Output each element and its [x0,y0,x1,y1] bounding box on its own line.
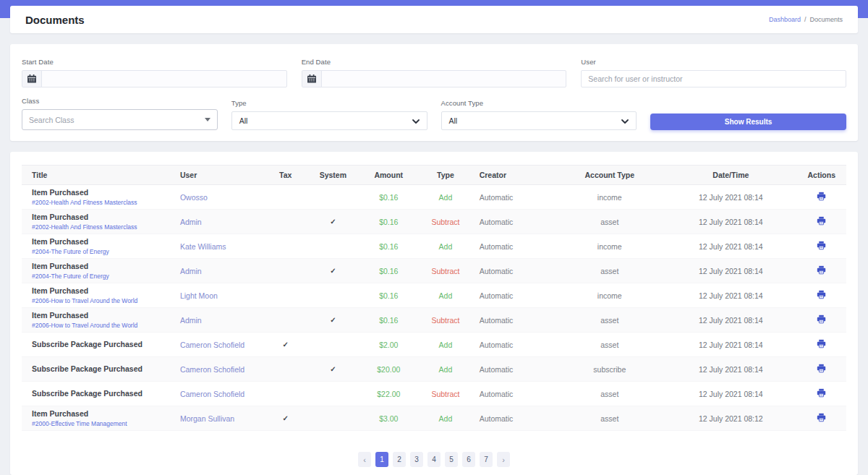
col-header-system: System [306,166,359,185]
row-creator: Automatic [474,406,555,431]
printer-icon[interactable] [817,314,826,324]
col-header-user: User [174,166,265,185]
row-creator: Automatic [474,382,555,406]
start-date-group [22,70,287,87]
page-title: Documents [25,14,85,26]
printer-icon[interactable] [817,413,826,422]
row-tax-check [265,259,306,283]
col-header-type: Type [417,166,474,185]
table-row: Item Purchased #2004-The Future of Energ… [22,234,846,259]
printer-icon[interactable] [817,192,826,201]
row-course-link[interactable]: #2000-Effective Time Management [32,420,169,427]
row-datetime: 12 July 2021 08:14 [665,234,796,259]
account-type-select[interactable]: All [441,111,637,130]
pagination-page-2[interactable]: 2 [393,452,406,467]
row-user-link[interactable]: Cameron Schofield [180,390,244,398]
row-course-link[interactable]: #2004-The Future of Energy [32,248,169,255]
row-type: Add [417,234,474,259]
pagination-next-button[interactable]: › [497,452,510,467]
row-system-check [306,382,359,406]
row-user-link[interactable]: Kate Williams [180,242,226,251]
row-amount: $0.16 [359,283,417,308]
show-results-button[interactable]: Show Results [650,114,846,130]
row-account-type: income [554,234,665,259]
printer-icon[interactable] [817,265,826,275]
row-amount: $3.00 [359,406,417,431]
breadcrumb-dashboard-link[interactable]: Dashboard [769,16,801,23]
pagination-page-5[interactable]: 5 [445,452,458,467]
col-header-tax: Tax [265,166,306,185]
row-datetime: 12 July 2021 08:14 [665,357,796,382]
calendar-icon[interactable] [302,71,322,87]
row-user-link[interactable]: Admin [180,267,202,275]
row-course-link[interactable]: #2002-Health And Fitness Masterclass [32,223,169,231]
pagination-page-6[interactable]: 6 [462,452,475,467]
row-course-link[interactable]: #2002-Health And Fitness Masterclass [32,199,169,206]
row-course-link[interactable]: #2004-The Future of Energy [32,273,169,280]
calendar-icon[interactable] [22,71,42,87]
row-user-link[interactable]: Morgan Sullivan [180,414,234,423]
printer-icon[interactable] [817,388,826,398]
printer-icon[interactable] [817,216,826,226]
row-course-link[interactable]: #2006-How to Travel Around the World [32,297,169,304]
row-datetime: 12 July 2021 08:14 [665,308,796,333]
row-account-type: asset [554,210,665,234]
end-date-input[interactable] [322,71,566,87]
printer-icon[interactable] [817,339,826,348]
filters-panel: Start Date End Date User Class [10,44,858,141]
col-header-title: Title [22,166,174,185]
breadcrumb-current: Documents [809,16,843,23]
type-select[interactable]: All [231,111,427,130]
row-user-link[interactable]: Admin [180,218,202,226]
row-tax-check [265,357,306,382]
pagination-page-7[interactable]: 7 [480,452,493,467]
pagination-page-3[interactable]: 3 [410,452,423,467]
row-title: Subscribe Package Purchased [32,364,169,375]
pagination: ‹1234567› [22,452,846,467]
chevron-down-icon [621,116,629,125]
end-date-group [302,70,567,87]
row-amount: $0.16 [359,185,417,210]
row-account-type: income [554,185,665,210]
row-account-type: asset [554,382,665,406]
row-system-check: ✓ [306,357,359,382]
start-date-input[interactable] [42,71,286,87]
col-header-creator: Creator [474,166,555,185]
row-user-link[interactable]: Owosso [180,193,208,202]
row-user-link[interactable]: Light Moon [180,291,218,300]
row-system-check [306,333,359,357]
class-select-placeholder: Search Class [29,116,74,124]
row-title: Item Purchased [32,286,169,296]
row-type: Add [417,357,474,382]
user-search-input[interactable] [581,70,846,87]
row-creator: Automatic [474,333,555,357]
row-user-link[interactable]: Cameron Schofield [180,341,244,349]
row-title: Item Purchased [32,188,169,198]
pagination-page-4[interactable]: 4 [427,452,441,467]
row-user-link[interactable]: Admin [180,316,202,325]
printer-icon[interactable] [817,290,826,299]
col-header-account-type: Account Type [554,166,665,185]
row-datetime: 12 July 2021 08:14 [665,333,796,357]
pagination-prev-button[interactable]: ‹ [358,452,371,467]
row-creator: Automatic [474,357,555,382]
documents-table-panel: Title User Tax System Amount Type Creato… [10,152,858,475]
row-creator: Automatic [474,283,555,308]
table-row: Item Purchased #2000-Effective Time Mana… [22,406,846,431]
row-amount: $22.00 [359,382,417,406]
class-select[interactable]: Search Class [22,109,218,130]
row-amount: $20.00 [359,357,417,382]
pagination-page-1[interactable]: 1 [375,452,388,467]
row-creator: Automatic [474,210,555,234]
row-datetime: 12 July 2021 08:12 [665,406,796,431]
printer-icon[interactable] [817,364,826,373]
type-select-value: All [239,116,248,125]
row-tax-check: ✓ [265,406,306,431]
row-course-link[interactable]: #2006-How to Travel Around the World [32,322,169,329]
table-row: Item Purchased #2006-How to Travel Aroun… [22,283,846,308]
type-label: Type [231,99,427,107]
row-user-link[interactable]: Cameron Schofield [180,365,244,374]
page-header: Documents Dashboard / Documents [10,6,858,33]
printer-icon[interactable] [817,241,826,250]
row-title: Subscribe Package Purchased [32,389,169,399]
